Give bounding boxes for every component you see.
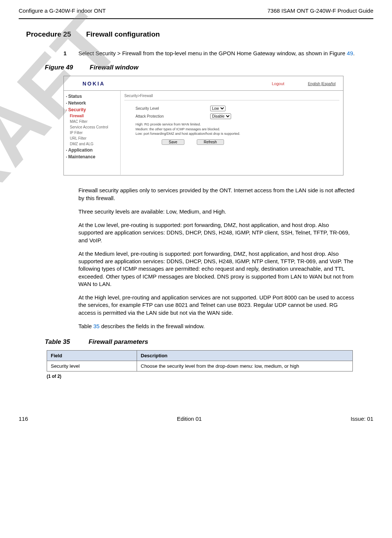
sidebar-item-maintenance[interactable]: Maintenance bbox=[66, 153, 120, 160]
security-level-label: Security Level bbox=[136, 106, 210, 111]
para-high: At the High level, pre-routing and appli… bbox=[78, 294, 355, 317]
refresh-button[interactable]: Refresh bbox=[197, 139, 224, 145]
step-number: 1 bbox=[63, 50, 78, 57]
para-table-ref: Table 35 describes the fields in the fir… bbox=[78, 323, 355, 330]
sidebar-item-network[interactable]: Network bbox=[66, 100, 120, 106]
table-label: Table 35 bbox=[45, 338, 70, 345]
para-medium: At the Medium level, pre-routing is supp… bbox=[78, 250, 355, 288]
col-description: Description bbox=[137, 351, 353, 361]
header-right: 7368 ISAM ONT G-240W-F Product Guide bbox=[267, 7, 373, 14]
attack-protection-select[interactable]: Disable bbox=[210, 113, 231, 119]
procedure-name: Firewall configuration bbox=[86, 30, 160, 38]
figure-ref-link[interactable]: 49 bbox=[347, 50, 353, 56]
sidebar-item-status[interactable]: Status bbox=[66, 93, 120, 100]
para-low: At the Low level, pre-routing is support… bbox=[78, 221, 355, 244]
firewall-params-table: Field Description Security level Choose … bbox=[47, 350, 353, 371]
sidebar-item-security[interactable]: Security bbox=[66, 106, 120, 113]
cell-field: Security level bbox=[47, 361, 137, 371]
screenshot-sidebar: Status Network Security Firewall MAC Fil… bbox=[64, 91, 121, 175]
table-continuation: (1 of 2) bbox=[47, 374, 373, 379]
table-caption: Table 35 Firewall parameters bbox=[45, 338, 373, 346]
save-button[interactable]: Save bbox=[162, 139, 184, 145]
sidebar-item-urlfilter[interactable]: URL Filter bbox=[66, 136, 120, 141]
para-firewall-scope: Firewall security applies only to servic… bbox=[78, 187, 355, 202]
col-field: Field bbox=[47, 351, 137, 361]
attack-protection-label: Attack Protection bbox=[136, 114, 210, 118]
step-text: Select Security > Firewall from the top-… bbox=[78, 50, 355, 57]
page-number: 116 bbox=[19, 416, 28, 422]
sidebar-item-ipfilter[interactable]: IP Filter bbox=[66, 130, 120, 136]
firewall-screenshot: NOKIA Logout English |Español Status Net… bbox=[63, 76, 343, 175]
table-row: Security level Choose the security level… bbox=[47, 361, 353, 371]
figure-name: Firewall window bbox=[90, 64, 138, 71]
table-name: Firewall parameters bbox=[88, 338, 148, 345]
header-rule bbox=[19, 18, 373, 19]
sidebar-item-dmzalg[interactable]: DMZ and ALG bbox=[66, 141, 120, 147]
security-level-select[interactable]: Low bbox=[210, 106, 225, 111]
page-header: Configure a G-240W-F indoor ONT 7368 ISA… bbox=[19, 7, 373, 16]
sidebar-item-macfilter[interactable]: MAC Filter bbox=[66, 119, 120, 124]
header-left: Configure a G-240W-F indoor ONT bbox=[19, 7, 106, 14]
language-switch[interactable]: English |Español bbox=[308, 82, 336, 86]
sidebar-item-service-access[interactable]: Service Access Control bbox=[66, 124, 120, 130]
table-ref-link[interactable]: 35 bbox=[93, 323, 100, 329]
figure-label: Figure 49 bbox=[45, 64, 73, 71]
procedure-heading: Procedure 25 Firewall configuration bbox=[26, 30, 373, 38]
figure-caption: Figure 49 Firewall window bbox=[45, 64, 373, 71]
logout-link[interactable]: Logout bbox=[272, 81, 284, 86]
page-footer: 116 Edition 01 Issue: 01 bbox=[19, 413, 373, 422]
nokia-logo: NOKIA bbox=[83, 81, 105, 87]
cell-description: Choose the security level from the drop-… bbox=[137, 361, 353, 371]
table-header-row: Field Description bbox=[47, 351, 353, 361]
issue: Issue: 01 bbox=[351, 416, 373, 422]
hint-text: High: RG provide service from WAN limite… bbox=[136, 122, 339, 136]
edition: Edition 01 bbox=[177, 416, 202, 422]
breadcrumb: Security>Firewall bbox=[124, 94, 339, 100]
screenshot-main: Security>Firewall Security Level Low Att… bbox=[121, 91, 343, 175]
sidebar-item-application[interactable]: Application bbox=[66, 147, 120, 153]
para-levels: Three security levels are available: Low… bbox=[78, 208, 355, 215]
procedure-number: Procedure 25 bbox=[26, 30, 71, 38]
sidebar-item-firewall[interactable]: Firewall bbox=[66, 113, 120, 119]
step-1: 1 Select Security > Firewall from the to… bbox=[63, 50, 373, 57]
screenshot-header: NOKIA Logout English |Español bbox=[64, 76, 343, 91]
